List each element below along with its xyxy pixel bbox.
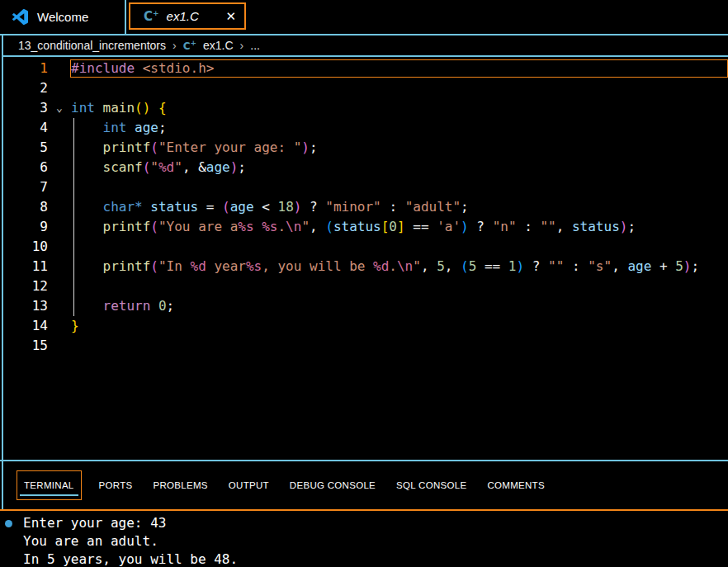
code-text: scanf("%d", &age); — [71, 158, 728, 177]
breadcrumb-separator-icon: › — [240, 39, 244, 52]
line-number: 9 — [3, 217, 48, 237]
panel-tab-ports[interactable]: PORTS — [96, 470, 136, 500]
command-decoration-icon[interactable] — [5, 520, 12, 527]
code-text — [71, 78, 728, 98]
code-line[interactable]: 12 — [3, 276, 728, 296]
code-text: printf("You are a%s %s.\n", (status[0] =… — [71, 217, 728, 237]
code-line[interactable]: 3⌄int main() { — [3, 98, 728, 118]
tab-ex1c-label: ex1.C — [167, 9, 199, 23]
breadcrumb-separator-icon: › — [173, 39, 177, 52]
panel-tab-sql-console[interactable]: SQL CONSOLE — [393, 470, 470, 500]
vscode-window: Welcome C+ ex1.C ✕ 13_conditional_increm… — [0, 0, 728, 567]
fold-chevron-icon[interactable]: ⌄ — [48, 98, 71, 118]
panel-tab-output[interactable]: OUTPUT — [225, 470, 272, 500]
code-editor[interactable]: 1#include <stdio.h>23⌄int main() {4 int … — [3, 59, 728, 460]
terminal-focus-border — [0, 509, 728, 511]
code-line[interactable]: 13 return 0; — [3, 296, 728, 316]
terminal-text: In 5 years, you will be 48. — [23, 551, 238, 567]
code-line[interactable]: 7 — [3, 177, 728, 197]
tab-welcome-label: Welcome — [37, 10, 88, 24]
code-line[interactable]: 8 char* status = (age < 18) ? "minor" : … — [3, 197, 728, 217]
code-text: int age; — [71, 118, 728, 138]
line-number: 10 — [3, 237, 48, 257]
code-text: #include <stdio.h> — [71, 59, 728, 78]
code-text: int main() { — [71, 98, 728, 118]
fold-gutter — [48, 138, 71, 158]
panel-tab-debug-console[interactable]: DEBUG CONSOLE — [286, 470, 379, 500]
line-number: 5 — [3, 138, 48, 158]
fold-gutter — [48, 197, 71, 217]
terminal-line: In 5 years, you will be 48. — [23, 550, 728, 567]
code-text: return 0; — [71, 296, 728, 316]
code-text: char* status = (age < 18) ? "minor" : "a… — [71, 197, 728, 217]
breadcrumb-item[interactable]: ... — [250, 39, 260, 52]
panel-tab-terminal[interactable]: TERMINAL — [17, 470, 82, 500]
fold-gutter — [48, 336, 71, 356]
code-line[interactable]: 4 int age; — [3, 118, 728, 138]
code-text — [71, 237, 728, 257]
editor-tab-bar: Welcome C+ ex1.C ✕ — [0, 0, 728, 34]
line-number: 7 — [3, 177, 48, 197]
line-number: 8 — [3, 197, 48, 217]
code-line[interactable]: 1#include <stdio.h> — [3, 59, 728, 78]
code-text — [71, 177, 728, 197]
vscode-logo-icon — [12, 9, 28, 25]
line-number: 6 — [3, 158, 48, 177]
fold-gutter — [48, 276, 71, 296]
code-line[interactable]: 5 printf("Enter your age: "); — [3, 138, 728, 158]
terminal-output[interactable]: Enter your age: 43You are an adult.In 5 … — [0, 513, 728, 567]
code-text: printf("In %d year%s, you will be %d.\n"… — [71, 257, 728, 276]
line-number: 12 — [3, 276, 48, 296]
line-number: 14 — [3, 316, 48, 336]
code-text — [71, 336, 728, 356]
fold-gutter — [48, 316, 71, 336]
terminal-text: Enter your age: 43 — [23, 515, 166, 531]
panel-tab-bar: TERMINALPORTSPROBLEMSOUTPUTDEBUG CONSOLE… — [0, 461, 728, 509]
fold-gutter — [48, 78, 71, 98]
fold-gutter — [48, 237, 71, 257]
terminal-line: Enter your age: 43 — [23, 514, 728, 532]
code-line[interactable]: 10 — [3, 237, 728, 257]
line-number: 2 — [3, 78, 48, 98]
line-number: 3 — [3, 98, 48, 118]
code-line[interactable]: 15 — [3, 336, 728, 356]
panel-tab-problems[interactable]: PROBLEMS — [149, 470, 210, 500]
line-number: 11 — [3, 257, 48, 276]
tab-welcome[interactable]: Welcome — [0, 0, 126, 34]
code-text: } — [71, 316, 728, 336]
fold-gutter — [48, 158, 71, 177]
c-file-icon: C+ — [144, 10, 159, 23]
code-text — [71, 276, 728, 296]
close-icon[interactable]: ✕ — [225, 10, 236, 22]
terminal-text: You are an adult. — [23, 533, 158, 549]
fold-gutter — [48, 217, 71, 237]
line-number: 13 — [3, 296, 48, 316]
breadcrumb: 13_conditional_incrementors›C+ex1.C›... — [3, 35, 728, 57]
code-line[interactable]: 6 scanf("%d", &age); — [3, 158, 728, 177]
code-line[interactable]: 9 printf("You are a%s %s.\n", (status[0]… — [3, 217, 728, 237]
fold-gutter — [48, 177, 71, 197]
line-number: 15 — [3, 336, 48, 356]
code-line[interactable]: 11 printf("In %d year%s, you will be %d.… — [3, 257, 728, 276]
code-text: printf("Enter your age: "); — [71, 138, 728, 158]
fold-gutter — [48, 257, 71, 276]
code-line[interactable]: 14} — [3, 316, 728, 336]
breadcrumb-item[interactable]: 13_conditional_incrementors — [18, 39, 166, 52]
tab-ex1c[interactable]: C+ ex1.C ✕ — [129, 2, 246, 30]
code-line[interactable]: 2 — [3, 78, 728, 98]
line-number: 1 — [3, 59, 48, 78]
terminal-line: You are an adult. — [23, 532, 728, 550]
fold-gutter — [48, 59, 71, 78]
breadcrumb-item[interactable]: ex1.C — [203, 39, 234, 52]
line-number: 4 — [3, 118, 48, 138]
fold-gutter — [48, 118, 71, 138]
c-file-icon: C+ — [183, 40, 196, 51]
fold-gutter — [48, 296, 71, 316]
panel-tab-comments[interactable]: COMMENTS — [484, 470, 547, 500]
